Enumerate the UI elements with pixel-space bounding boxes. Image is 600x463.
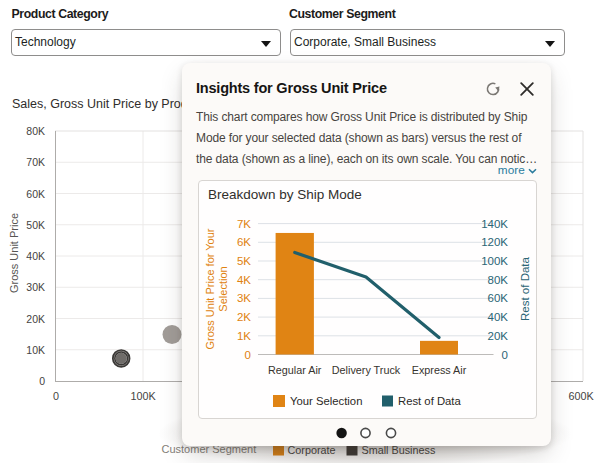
svg-text:Delivery Truck: Delivery Truck (332, 364, 401, 376)
svg-text:120K: 120K (481, 236, 508, 248)
svg-text:2K: 2K (237, 311, 251, 323)
svg-text:100K: 100K (481, 255, 508, 267)
svg-text:30K: 30K (26, 281, 45, 293)
svg-text:20K: 20K (488, 330, 509, 342)
svg-text:3K: 3K (237, 292, 251, 304)
svg-text:40K: 40K (488, 311, 509, 323)
svg-text:Rest of Data: Rest of Data (398, 395, 462, 407)
svg-text:Your Selection: Your Selection (290, 395, 362, 407)
svg-text:4K: 4K (237, 274, 251, 286)
svg-text:0: 0 (39, 375, 45, 387)
svg-text:Gross Unit Price: Gross Unit Price (8, 213, 20, 293)
svg-text:Gross Unit Price for Your: Gross Unit Price for Your (204, 228, 216, 349)
svg-text:1K: 1K (237, 330, 251, 342)
svg-text:0: 0 (53, 390, 59, 402)
svg-text:50K: 50K (26, 219, 45, 231)
svg-text:Express Air: Express Air (412, 364, 467, 376)
svg-text:10K: 10K (26, 344, 45, 356)
svg-text:Regular Air: Regular Air (268, 364, 322, 376)
svg-text:60K: 60K (26, 188, 45, 200)
svg-text:70K: 70K (26, 156, 45, 168)
svg-text:0: 0 (245, 349, 251, 361)
svg-text:Rest of Data: Rest of Data (519, 256, 531, 321)
svg-text:0: 0 (502, 349, 508, 361)
svg-text:Selection: Selection (217, 266, 229, 311)
svg-text:Breakdown by Ship Mode: Breakdown by Ship Mode (208, 187, 362, 202)
svg-text:20K: 20K (26, 313, 45, 325)
svg-text:60K: 60K (488, 292, 509, 304)
svg-text:5K: 5K (237, 255, 251, 267)
svg-text:80K: 80K (488, 274, 509, 286)
svg-text:7K: 7K (237, 218, 251, 230)
svg-text:40K: 40K (26, 250, 45, 262)
svg-text:6K: 6K (237, 236, 251, 248)
svg-text:140K: 140K (481, 218, 508, 230)
svg-text:80K: 80K (26, 125, 45, 137)
